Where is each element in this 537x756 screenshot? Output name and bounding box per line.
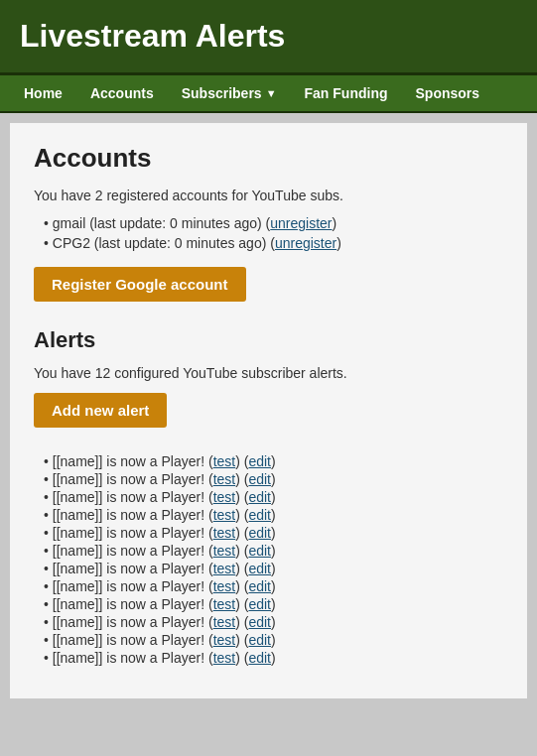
list-item: [[name]] is now a Player! (test) (edit) [44,614,503,630]
list-item: [[name]] is now a Player! (test) (edit) [44,578,503,594]
nav-item-sponsors[interactable]: Sponsors [402,75,494,111]
unregister-cpg2-link[interactable]: unregister [275,235,336,251]
test-link[interactable]: test [213,507,236,523]
chevron-down-icon: ▼ [266,87,277,99]
test-link[interactable]: test [213,578,236,594]
list-item: [[name]] is now a Player! (test) (edit) [44,632,503,648]
list-item: gmail (last update: 0 minutes ago) (unre… [44,215,503,231]
alerts-description: You have 12 configured YouTube subscribe… [34,365,503,381]
edit-link[interactable]: edit [248,614,271,630]
list-item: [[name]] is now a Player! (test) (edit) [44,453,503,469]
nav-item-accounts[interactable]: Accounts [76,75,168,111]
edit-link[interactable]: edit [248,578,271,594]
test-link[interactable]: test [213,650,236,666]
alerts-section-title: Alerts [34,327,503,353]
test-link[interactable]: test [213,596,236,612]
test-link[interactable]: test [213,632,236,648]
list-item: [[name]] is now a Player! (test) (edit) [44,561,503,576]
test-link[interactable]: test [213,525,236,541]
unregister-gmail-link[interactable]: unregister [270,215,332,231]
accounts-list: gmail (last update: 0 minutes ago) (unre… [44,215,503,251]
edit-link[interactable]: edit [248,596,271,612]
list-item: [[name]] is now a Player! (test) (edit) [44,525,503,541]
main-nav: Home Accounts Subscribers ▼ Fan Funding … [0,75,537,113]
edit-link[interactable]: edit [248,543,271,559]
test-link[interactable]: test [213,543,236,559]
edit-link[interactable]: edit [248,489,271,505]
app-header: Livestream Alerts [0,0,537,75]
list-item: CPG2 (last update: 0 minutes ago) (unreg… [44,235,503,251]
edit-link[interactable]: edit [248,453,271,469]
test-link[interactable]: test [213,453,236,469]
edit-link[interactable]: edit [248,507,271,523]
edit-link[interactable]: edit [248,650,271,666]
edit-link[interactable]: edit [248,525,271,541]
edit-link[interactable]: edit [248,632,271,648]
nav-item-subscribers[interactable]: Subscribers ▼ [168,75,291,111]
accounts-description: You have 2 registered accounts for YouTu… [34,188,503,203]
test-link[interactable]: test [213,489,236,505]
app-title: Livestream Alerts [20,18,285,54]
nav-item-home[interactable]: Home [10,75,76,111]
alerts-section: Alerts You have 12 configured YouTube su… [34,327,503,666]
list-item: [[name]] is now a Player! (test) (edit) [44,471,503,487]
alerts-list: [[name]] is now a Player! (test) (edit) … [44,453,503,666]
nav-item-fan-funding[interactable]: Fan Funding [291,75,402,111]
list-item: [[name]] is now a Player! (test) (edit) [44,507,503,523]
edit-link[interactable]: edit [248,471,271,487]
accounts-section-title: Accounts [34,143,503,174]
list-item: [[name]] is now a Player! (test) (edit) [44,543,503,559]
test-link[interactable]: test [213,471,236,487]
list-item: [[name]] is now a Player! (test) (edit) [44,650,503,666]
main-content: Accounts You have 2 registered accounts … [10,123,527,698]
register-google-account-button[interactable]: Register Google account [34,267,246,302]
list-item: [[name]] is now a Player! (test) (edit) [44,596,503,612]
edit-link[interactable]: edit [248,561,271,576]
list-item: [[name]] is now a Player! (test) (edit) [44,489,503,505]
test-link[interactable]: test [213,614,236,630]
add-new-alert-button[interactable]: Add new alert [34,393,167,428]
test-link[interactable]: test [213,561,236,576]
